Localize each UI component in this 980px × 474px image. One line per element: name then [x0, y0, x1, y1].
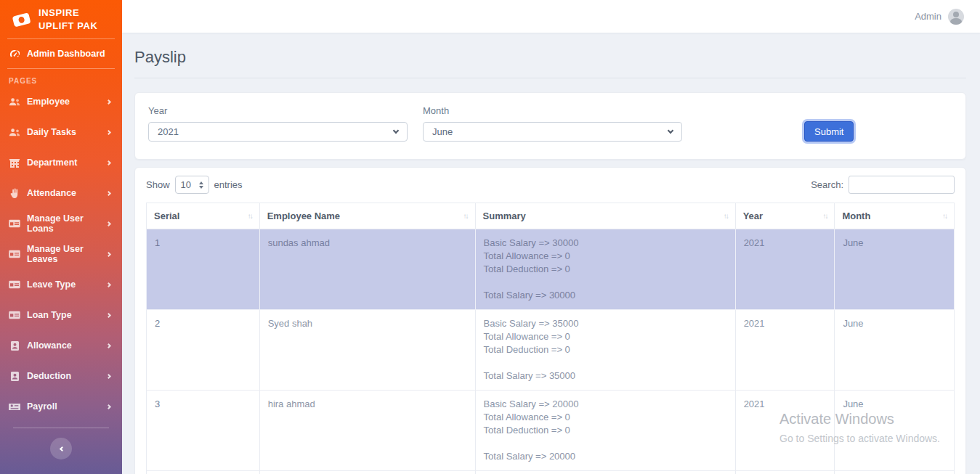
sidebar-item-label: Leave Type: [27, 279, 107, 290]
sidebar-item-label: Employee: [27, 97, 107, 107]
money-check-icon: [9, 403, 20, 411]
top-bar: Admin: [122, 0, 980, 33]
user-menu-label[interactable]: Admin: [915, 11, 941, 22]
search-input[interactable]: [849, 176, 955, 194]
brand[interactable]: INSPIRE UPLIFT PAK: [0, 0, 122, 38]
cell-employee-name: hira ahmad: [259, 391, 475, 471]
month-select-value: June: [432, 126, 453, 137]
cell-month: June: [835, 391, 955, 471]
id-card-icon: [9, 219, 20, 228]
page-length-select[interactable]: 10: [175, 176, 209, 194]
sidebar-item-manage-user-loans[interactable]: Manage User Loans: [0, 208, 122, 239]
chevron-right-icon: [106, 99, 111, 104]
id-card-icon: [9, 311, 20, 319]
avatar[interactable]: [948, 9, 964, 25]
sidebar-item-payroll[interactable]: Payroll: [0, 391, 122, 422]
sidebar-item-daily-tasks[interactable]: Daily Tasks: [0, 117, 122, 147]
chevron-right-icon: [106, 404, 111, 409]
column-header-month[interactable]: ↑↓Month: [835, 203, 955, 229]
column-header-year[interactable]: ↑↓Year: [735, 203, 835, 229]
sort-icon: ↑↓: [822, 212, 827, 220]
sidebar-item-allowance[interactable]: Allowance: [0, 330, 122, 361]
year-select[interactable]: 2021: [148, 122, 408, 142]
table-card: Show 10 entries Search: ↑↓Serial ↑↓Emplo…: [134, 167, 966, 474]
cell-employee-name: sundas ahmad: [259, 229, 475, 310]
cell-month: June: [835, 310, 955, 391]
sidebar-item-manage-user-leaves[interactable]: Manage User Leaves: [0, 239, 122, 269]
sort-icon: ↑↓: [942, 212, 947, 220]
column-header-summary[interactable]: ↑↓Summary: [475, 203, 735, 229]
chevron-right-icon: [106, 373, 111, 378]
chevron-down-icon: [668, 127, 673, 133]
brand-title: INSPIRE UPLIFT PAK: [39, 7, 98, 33]
table-row[interactable]: 2 Syed shah Basic Salary => 35000 Total …: [147, 310, 955, 391]
cell-month: June: [835, 471, 955, 474]
sidebar-item-label: Admin Dashboard: [27, 49, 105, 59]
users-icon: [9, 128, 20, 137]
sidebar-section-label: PAGES: [0, 69, 122, 86]
sort-icon: ↑↓: [463, 212, 468, 220]
table-row[interactable]: 1 sundas ahmad Basic Salary => 30000 Tot…: [147, 229, 955, 310]
column-header-employee-name[interactable]: ↑↓Employee Name: [259, 203, 475, 229]
payslip-table: ↑↓Serial ↑↓Employee Name ↑↓Summary ↑↓Yea…: [146, 203, 955, 474]
sidebar-item-loan-type[interactable]: Loan Type: [0, 300, 122, 330]
sidebar-item-employee[interactable]: Employee: [0, 86, 122, 117]
page-title: Payslip: [134, 48, 966, 67]
chevron-right-icon: [106, 251, 111, 256]
sidebar-divider: [13, 428, 109, 428]
chevron-right-icon: [106, 343, 111, 348]
year-select-value: 2021: [158, 126, 179, 137]
year-label: Year: [148, 105, 408, 116]
filter-card: Year 2021 Month June Submit: [134, 92, 966, 160]
chevron-right-icon: [106, 129, 111, 134]
sort-icon: ↑↓: [248, 212, 252, 220]
cell-year: 2021: [735, 229, 835, 310]
cell-year: 2021: [735, 471, 835, 474]
title-divider: [134, 78, 966, 78]
chevron-right-icon: [106, 312, 111, 317]
cell-serial: 3: [147, 391, 260, 471]
sidebar-collapse-button[interactable]: [50, 438, 72, 459]
sidebar-item-label: Attendance: [27, 188, 107, 198]
cell-summary: Basic Salary => 30000 Total Allowance =>…: [475, 229, 735, 310]
cell-serial: 1: [147, 229, 260, 310]
month-select[interactable]: June: [423, 122, 682, 142]
entries-label: entries: [214, 179, 243, 190]
table-row[interactable]: 3 hira ahmad Basic Salary => 20000 Total…: [147, 391, 955, 471]
id-card-icon: [9, 280, 20, 289]
sidebar-item-leave-type[interactable]: Leave Type: [0, 269, 122, 300]
cell-employee-name: tayyaba ali: [259, 471, 475, 474]
chevron-right-icon: [106, 160, 111, 165]
sidebar-item-deduction[interactable]: Deduction: [0, 361, 122, 391]
cell-serial: 4: [147, 471, 260, 474]
month-label: Month: [423, 105, 682, 116]
submit-button[interactable]: Submit: [804, 121, 854, 142]
address-card-icon: [9, 372, 20, 381]
column-header-serial[interactable]: ↑↓Serial: [147, 203, 260, 229]
cell-serial: 2: [147, 310, 260, 391]
cell-summary: Basic Salary => 35000 Total Allowance =>…: [475, 471, 735, 474]
chevron-right-icon: [106, 190, 111, 195]
brand-logo-icon: [10, 10, 32, 29]
search-label: Search:: [811, 179, 843, 190]
main-content: Payslip Year 2021 Month June Submit Show: [122, 33, 980, 474]
cell-year: 2021: [735, 391, 835, 471]
sidebar-item-label: Department: [27, 158, 107, 168]
address-card-icon: [9, 341, 20, 351]
cell-month: June: [835, 229, 955, 310]
chevron-right-icon: [106, 282, 111, 287]
sidebar-item-label: Manage User Leaves: [27, 244, 107, 264]
sidebar-item-label: Payroll: [27, 401, 107, 412]
page-length-value: 10: [181, 179, 191, 190]
sidebar-item-attendance[interactable]: Attendance: [0, 178, 122, 208]
sidebar-item-department[interactable]: Department: [0, 147, 122, 178]
sidebar: INSPIRE UPLIFT PAK Admin Dashboard PAGES…: [0, 0, 122, 474]
sidebar-item-label: Loan Type: [27, 310, 107, 320]
chevron-down-icon: [393, 127, 399, 133]
sidebar-item-label: Allowance: [27, 340, 107, 351]
cell-employee-name: Syed shah: [259, 310, 475, 391]
sidebar-item-admin-dashboard[interactable]: Admin Dashboard: [0, 39, 122, 68]
cell-summary: Basic Salary => 35000 Total Allowance =>…: [475, 310, 735, 391]
table-row[interactable]: 4 tayyaba ali Basic Salary => 35000 Tota…: [147, 471, 955, 474]
cell-year: 2021: [735, 310, 835, 391]
